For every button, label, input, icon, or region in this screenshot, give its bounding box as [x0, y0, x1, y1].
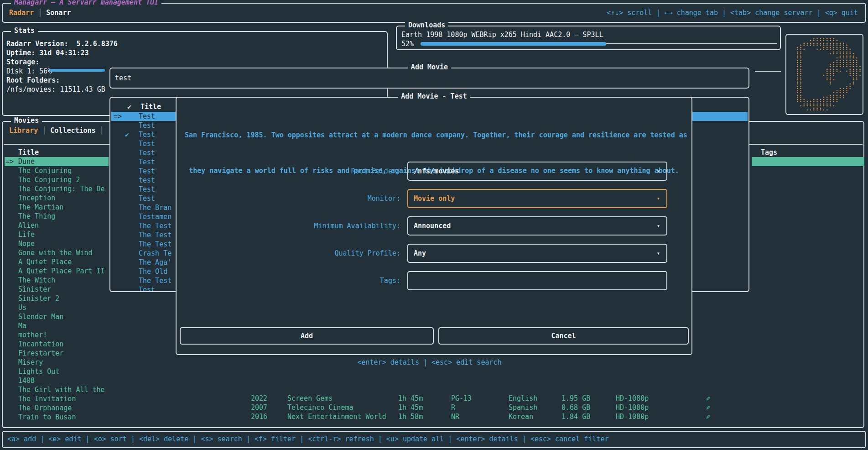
monitored-check-icon: [125, 167, 139, 176]
result-title: Test: [139, 130, 155, 139]
tab-collections[interactable]: Collections: [50, 126, 95, 135]
selection-marker: [5, 221, 18, 230]
size-cell: 1.84 GB: [561, 412, 590, 421]
chevron-down-icon: ▾: [657, 190, 660, 207]
movie-list-item[interactable]: The Witch: [5, 276, 109, 285]
movie-list-item[interactable]: The Conjuring: [5, 166, 109, 175]
movie-list-item[interactable]: The Martian: [5, 203, 109, 212]
quality-profile-select[interactable]: Any▾: [407, 244, 667, 263]
movie-list-item[interactable]: Alien: [5, 221, 109, 230]
movie-title: Misery: [18, 358, 43, 367]
add-movie-search-title: Add Movie: [408, 63, 451, 71]
stats-panel-title: Stats: [11, 26, 38, 35]
movie-title: Sinister: [18, 285, 51, 294]
monitored-check-icon: [125, 176, 139, 185]
result-title: The Test: [139, 276, 172, 285]
movie-list-item[interactable]: Sinister: [5, 285, 109, 294]
selection-marker: [5, 285, 18, 294]
movie-list-item[interactable]: 1408: [5, 376, 109, 385]
monitor-select[interactable]: Movie only▾: [407, 189, 667, 208]
movie-list-item[interactable]: Incantation: [5, 340, 109, 349]
movie-title: 1408: [18, 376, 35, 385]
movie-list-item[interactable]: Ma: [5, 321, 109, 330]
selection-marker: [111, 176, 125, 185]
root-folder-size: /nfs/movies: 11511.43 GB: [6, 85, 105, 94]
selection-marker: [5, 312, 18, 321]
movie-list-item[interactable]: Nope: [5, 239, 109, 248]
tab-library[interactable]: Library: [9, 126, 38, 135]
monitored-check-icon: [125, 148, 139, 157]
movie-list-item[interactable]: Firestarter: [5, 349, 109, 358]
selection-marker: [5, 175, 18, 184]
table-row[interactable]: 2007 Telecinco Cinema 1h 45m R Spanish 0…: [0, 403, 868, 412]
storage-label: Storage:: [6, 58, 39, 67]
movie-list-item[interactable]: The Conjuring 2: [5, 175, 109, 184]
selection-marker: [111, 130, 125, 139]
movie-list-item[interactable]: Inception: [5, 194, 109, 203]
result-title: The Test: [139, 240, 172, 249]
movie-list-item[interactable]: Life: [5, 230, 109, 239]
disk-usage: Disk 1: 56%: [6, 67, 52, 76]
search-input[interactable]: test: [115, 73, 131, 83]
selection-marker: [111, 148, 125, 157]
movie-list-item[interactable]: The Thing: [5, 212, 109, 221]
table-row[interactable]: 2016 Next Entertainment World 1h 58m NR …: [0, 412, 868, 421]
quality-cell: HD-1080p: [616, 403, 649, 412]
movie-list-item[interactable]: Us: [5, 303, 109, 312]
tab-radarr[interactable]: Radarr: [9, 9, 34, 17]
movie-list-item[interactable]: The Conjuring: The De: [5, 184, 109, 194]
download-progress-bar: [421, 42, 606, 46]
root-folders-label: Root Folders:: [6, 76, 60, 85]
movie-title: The Girl with All the: [18, 385, 105, 394]
year-cell: 2016: [251, 412, 267, 421]
table-row[interactable]: 2022 Screen Gems 1h 45m PG-13 English 1.…: [0, 394, 868, 403]
root-folder-value: /nfs/movies: [414, 167, 459, 175]
movie-list-item[interactable]: A Quiet Place Part II: [5, 267, 109, 276]
movie-list-item[interactable]: Slender Man: [5, 312, 109, 321]
selection-marker: [5, 276, 18, 285]
selection-marker: [5, 212, 18, 221]
movie-list-item[interactable]: =>Dune: [5, 157, 109, 166]
selection-marker: [5, 257, 18, 267]
radarr-version: Radarr Version: 5.2.6.8376: [6, 39, 118, 48]
selection-marker: [5, 303, 18, 312]
movie-list-item[interactable]: Misery: [5, 358, 109, 367]
add-button[interactable]: Add: [180, 327, 434, 345]
movie-list-item[interactable]: Lights Out: [5, 367, 109, 376]
tags-input[interactable]: [407, 271, 667, 290]
monitor-label: Monitor:: [368, 189, 400, 208]
movie-title: Sinister 2: [18, 294, 59, 303]
tab-separator: │: [38, 9, 42, 17]
movie-title: Lights Out: [18, 367, 59, 376]
result-title: The Bran: [139, 203, 172, 212]
root-folder-label: Root Folder:: [351, 162, 400, 181]
movie-title: A Quiet Place: [18, 257, 72, 267]
monitored-check-icon: [125, 230, 139, 240]
monitored-check-icon: [125, 221, 139, 230]
selection-marker: [111, 121, 125, 130]
chevron-down-icon: ▾: [657, 162, 660, 180]
movie-list-item[interactable]: mother!: [5, 330, 109, 340]
results-title-column-header: Title: [140, 102, 161, 111]
movie-title: The Conjuring 2: [18, 175, 80, 184]
movie-list-item[interactable]: Sinister 2: [5, 294, 109, 303]
selection-marker: [5, 358, 18, 367]
movie-list-item[interactable]: Gone with the Wind: [5, 248, 109, 257]
minimum-availability-label: Minimum Availability:: [314, 216, 400, 235]
result-title: Test: [139, 285, 155, 292]
tab-sonarr[interactable]: Sonarr: [46, 9, 71, 17]
year-cell: 2022: [251, 394, 267, 403]
movie-title: Slender Man: [18, 312, 63, 321]
selection-marker: [5, 385, 18, 394]
chevron-down-icon: ▾: [657, 245, 660, 262]
result-title: Test: [139, 185, 155, 194]
monitored-check-icon: [125, 203, 139, 212]
root-folder-select[interactable]: /nfs/movies▾: [407, 162, 667, 181]
movie-list-item[interactable]: A Quiet Place: [5, 257, 109, 267]
minimum-availability-select[interactable]: Announced▾: [407, 216, 667, 235]
movie-list-item[interactable]: The Girl with All the: [5, 385, 109, 394]
movie-title: mother!: [18, 330, 47, 340]
language-cell: Korean: [509, 412, 533, 421]
cancel-button[interactable]: Cancel: [438, 327, 689, 345]
downloads-panel-title: Downloads: [405, 21, 448, 29]
